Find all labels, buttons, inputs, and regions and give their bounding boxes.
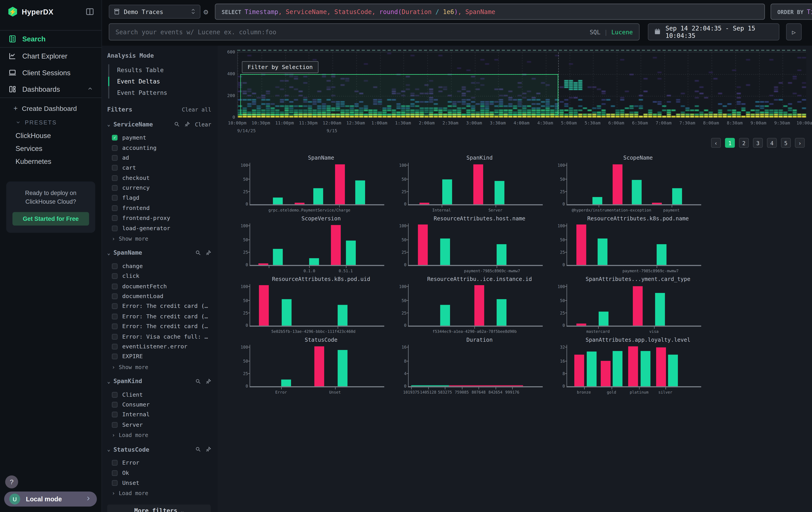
filter-checkbox-row[interactable]: checkout [107, 173, 211, 183]
checkbox-unchecked[interactable] [112, 145, 118, 151]
checkbox-unchecked[interactable] [112, 293, 118, 299]
lucene-search-input[interactable]: Search your events w/ Lucene ex. column:… [109, 23, 639, 41]
show-more-button[interactable]: ›Show more [107, 362, 211, 370]
filter-checkbox-row[interactable]: ad [107, 153, 211, 163]
filter-checkbox-row[interactable]: frontend [107, 203, 211, 213]
time-selection-rectangle[interactable] [240, 74, 558, 115]
sql-toggle[interactable]: SQL [590, 28, 600, 36]
load-more-button[interactable]: ›Load more [107, 488, 211, 496]
order-by-input[interactable]: ORDER BY Timestamp DESC [771, 4, 812, 20]
checkbox-unchecked[interactable] [112, 225, 118, 231]
pagination-prev-button[interactable]: ‹ [711, 138, 721, 148]
pagination-next-button[interactable]: › [795, 138, 805, 148]
help-button[interactable]: ? [5, 476, 18, 488]
sidebar-item-dashboards[interactable]: Dashboards [0, 81, 102, 98]
analysis-mode-option-event-patterns[interactable]: Event Patterns [109, 87, 211, 99]
checkbox-unchecked[interactable] [112, 215, 118, 221]
filter-checkbox-row[interactable]: documentFetch [107, 281, 211, 291]
filter-checkbox-row[interactable]: Ok [107, 468, 211, 478]
checkbox-unchecked[interactable] [112, 412, 118, 417]
checkbox-unchecked[interactable] [112, 205, 118, 211]
filter-checkbox-row[interactable]: frontend-proxy [107, 213, 211, 223]
filter-checkbox-row[interactable]: accounting [107, 143, 211, 153]
filter-checkbox-row[interactable]: Error: Visa cache full: … [107, 331, 211, 342]
create-dashboard-button[interactable]: + Create Dashboard [0, 101, 102, 115]
search-icon[interactable] [195, 444, 201, 454]
checkbox-unchecked[interactable] [112, 284, 118, 289]
filter-checkbox-row[interactable]: Server [107, 420, 211, 430]
checkbox-unchecked[interactable] [112, 324, 118, 329]
get-started-button[interactable]: Get Started for Free [12, 212, 89, 225]
checkbox-unchecked[interactable] [112, 263, 118, 269]
filter-checkbox-row[interactable]: Internal [107, 410, 211, 420]
search-icon[interactable] [195, 248, 201, 258]
checkbox-unchecked[interactable] [112, 354, 118, 359]
filter-checkbox-row[interactable]: change [107, 261, 211, 271]
filter-checkbox-row[interactable]: ✓payment [107, 133, 211, 143]
pin-icon[interactable] [184, 119, 190, 129]
pagination-page-5[interactable]: 5 [781, 138, 791, 148]
events-heatmap[interactable]: Filter by Selection [237, 52, 806, 117]
checkbox-checked[interactable]: ✓ [112, 135, 118, 141]
filter-checkbox-row[interactable]: Error: The credit card (… [107, 321, 211, 331]
pagination-page-1[interactable]: 1 [725, 138, 735, 148]
checkbox-unchecked[interactable] [112, 422, 118, 428]
sidebar-item-chart-explorer[interactable]: Chart Explorer [0, 48, 102, 64]
filter-checkbox-row[interactable]: load-generator [107, 223, 211, 233]
checkbox-unchecked[interactable] [112, 175, 118, 181]
checkbox-unchecked[interactable] [112, 470, 118, 476]
clear-all-button[interactable]: Clear all [182, 106, 211, 112]
filter-checkbox-row[interactable]: Client [107, 389, 211, 400]
search-icon[interactable] [174, 119, 180, 129]
filter-checkbox-row[interactable]: documentLoad [107, 291, 211, 301]
checkbox-unchecked[interactable] [112, 195, 118, 201]
pin-icon[interactable] [206, 248, 211, 258]
filter-checkbox-row[interactable]: EXPIRE [107, 351, 211, 361]
sidebar-item-kubernetes[interactable]: Kubernetes [0, 155, 102, 168]
pin-icon[interactable] [206, 376, 211, 386]
checkbox-unchecked[interactable] [112, 314, 118, 319]
pin-icon[interactable] [206, 444, 211, 454]
filter-checkbox-row[interactable]: Unset [107, 478, 211, 488]
pagination-page-2[interactable]: 2 [739, 138, 749, 148]
sidebar-item-services[interactable]: Services [0, 142, 102, 155]
filter-checkbox-row[interactable]: Error: The credit card (… [107, 312, 211, 321]
sidebar-collapse-icon[interactable] [85, 7, 94, 16]
lucene-toggle[interactable]: Lucene [611, 28, 633, 36]
select-query-input[interactable]: SELECT Timestamp, ServiceName, StatusCod… [215, 4, 765, 20]
filter-checkbox-row[interactable]: click [107, 271, 211, 281]
checkbox-unchecked[interactable] [112, 392, 118, 398]
filter-checkbox-row[interactable]: Error [107, 458, 211, 468]
chevron-down-icon[interactable]: ⌄ [107, 121, 110, 127]
filter-checkbox-row[interactable]: Error: The credit card (… [107, 301, 211, 312]
chevron-up-icon[interactable] [87, 85, 93, 93]
chevron-down-icon[interactable]: ⌄ [107, 446, 110, 452]
checkbox-unchecked[interactable] [112, 402, 118, 408]
local-mode-menu[interactable]: U Local mode [4, 491, 97, 507]
filter-by-selection-button[interactable]: Filter by Selection [242, 61, 318, 73]
presets-toggle[interactable]: PRESETS [0, 115, 102, 129]
filter-checkbox-row[interactable]: eventListener.error [107, 342, 211, 351]
sidebar-item-client-sessions[interactable]: Client Sessions [0, 64, 102, 81]
analysis-mode-option-event-deltas[interactable]: Event Deltas [109, 76, 211, 87]
source-settings-gear-icon[interactable]: ⚙ [203, 7, 208, 17]
checkbox-unchecked[interactable] [112, 304, 118, 309]
show-more-button[interactable]: ›Show more [107, 233, 211, 242]
checkbox-unchecked[interactable] [112, 185, 118, 191]
pagination-page-3[interactable]: 3 [753, 138, 763, 148]
filter-checkbox-row[interactable]: Consumer [107, 400, 211, 410]
checkbox-unchecked[interactable] [112, 460, 118, 466]
source-select[interactable]: Demo Traces [109, 5, 200, 19]
clear-group-button[interactable]: Clear [195, 121, 211, 127]
sidebar-item-search[interactable]: Search [0, 30, 102, 47]
checkbox-unchecked[interactable] [112, 165, 118, 171]
sidebar-item-clickhouse[interactable]: ClickHouse [0, 129, 102, 142]
checkbox-unchecked[interactable] [112, 480, 118, 486]
time-range-picker[interactable]: Sep 14 22:04:35 - Sep 15 10:04:35 [648, 23, 780, 41]
load-more-button[interactable]: ›Load more [107, 430, 211, 438]
run-query-button[interactable]: ▷ [786, 23, 802, 41]
checkbox-unchecked[interactable] [112, 334, 118, 340]
analysis-mode-option-results-table[interactable]: Results Table [109, 64, 211, 76]
chevron-down-icon[interactable]: ⌄ [107, 250, 110, 255]
filter-checkbox-row[interactable]: flagd [107, 193, 211, 203]
